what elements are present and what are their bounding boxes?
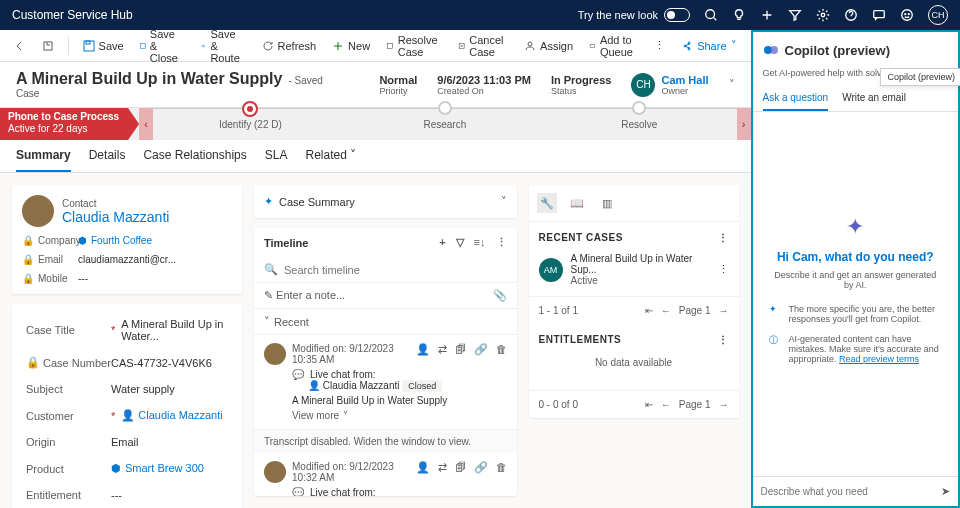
queue-button[interactable]: Add to Queue <box>583 30 644 62</box>
filter-icon[interactable] <box>788 8 802 22</box>
delete-icon[interactable]: 🗑 <box>496 461 507 474</box>
process-next[interactable]: › <box>737 108 751 140</box>
new-button[interactable]: New <box>326 36 376 56</box>
chat-icon[interactable] <box>872 8 886 22</box>
person-icon: 👤 <box>308 380 320 391</box>
field-label: Subject <box>26 383 111 395</box>
tab-details[interactable]: Details <box>89 140 126 172</box>
lightbulb-icon[interactable] <box>732 8 746 22</box>
customer-field[interactable]: 👤 Claudia Mazzanti <box>121 409 228 422</box>
info-icon: ⓘ <box>769 334 783 364</box>
cancel-button[interactable]: Cancel Case <box>452 30 514 62</box>
record-type: Case <box>16 88 323 99</box>
product-field[interactable]: ⬢Smart Brew 300 <box>111 462 228 475</box>
gear-icon[interactable] <box>816 8 830 22</box>
panel-icon[interactable]: ▥ <box>597 193 617 213</box>
save-button[interactable]: Save <box>77 36 130 56</box>
list-item[interactable]: AMA Mineral Build Up in Water Sup...Acti… <box>539 253 729 286</box>
entitlement-field[interactable]: --- <box>111 489 228 501</box>
more-icon[interactable]: ⋮ <box>718 232 729 243</box>
share-button[interactable]: Share ˅ <box>675 35 742 56</box>
note-placeholder[interactable]: Enter a note... <box>276 289 345 301</box>
case-summary-toggle[interactable]: ✦Case Summary˅ <box>254 185 517 218</box>
attach-icon[interactable]: 📎 <box>493 289 507 302</box>
copilot-title: Copilot (preview) <box>785 43 890 58</box>
plus-icon[interactable]: + <box>439 236 445 249</box>
more-icon[interactable]: ⋮ <box>718 334 729 345</box>
filter-icon[interactable]: ▽ <box>456 236 464 249</box>
try-new-look-toggle[interactable]: Try the new look <box>578 8 690 22</box>
owner-value[interactable]: Cam Hall <box>661 74 708 86</box>
chevron-down-icon[interactable]: ˅ <box>501 195 507 208</box>
send-icon[interactable]: ➤ <box>941 485 950 498</box>
view-more[interactable]: View more ˅ <box>292 410 507 421</box>
note-icon[interactable]: 🗐 <box>455 461 466 474</box>
case-title-field[interactable]: A Mineral Build Up in Water... <box>121 318 228 342</box>
delete-icon[interactable]: 🗑 <box>496 343 507 356</box>
resolve-button[interactable]: Resolve Case <box>380 30 448 62</box>
process-prev[interactable]: ‹ <box>139 108 153 140</box>
search-icon: 🔍 <box>264 263 278 276</box>
person-icon[interactable]: 👤 <box>416 461 430 474</box>
face-icon[interactable] <box>900 8 914 22</box>
person-icon[interactable]: 👤 <box>416 343 430 356</box>
tab-summary[interactable]: Summary <box>16 140 71 172</box>
prev-icon[interactable]: ← <box>661 399 671 410</box>
next-icon[interactable]: → <box>719 399 729 410</box>
assign-icon[interactable]: ⇄ <box>438 461 447 474</box>
preview-terms-link[interactable]: Read preview terms <box>839 354 919 364</box>
save-route-button[interactable]: Save & Route <box>194 24 251 68</box>
more-icon[interactable]: ⋮ <box>718 263 729 276</box>
priority-value: Normal <box>379 74 417 86</box>
case-avatar: AM <box>539 258 563 282</box>
origin-field[interactable]: Email <box>111 436 228 448</box>
contact-name[interactable]: Claudia Mazzanti <box>62 209 169 225</box>
first-icon[interactable]: ⇤ <box>645 305 653 316</box>
link-icon[interactable]: 🔗 <box>474 343 488 356</box>
note-icon[interactable]: 🗐 <box>455 343 466 356</box>
link-icon[interactable]: 🔗 <box>474 461 488 474</box>
book-icon[interactable]: 📖 <box>567 193 587 213</box>
status-label: Status <box>551 86 612 96</box>
wrench-icon[interactable]: 🔧 <box>537 193 557 213</box>
user-avatar[interactable]: CH <box>928 5 948 25</box>
plus-icon[interactable] <box>760 8 774 22</box>
tab-email[interactable]: Write an email <box>842 86 906 111</box>
assign-icon[interactable]: ⇄ <box>438 343 447 356</box>
help-icon[interactable] <box>844 8 858 22</box>
subject-field[interactable]: Water supply <box>111 383 228 395</box>
back-button[interactable] <box>8 36 32 56</box>
sort-icon[interactable]: ≡↓ <box>474 236 486 249</box>
more-icon[interactable]: ⋮ <box>648 35 671 56</box>
assign-button[interactable]: Assign <box>518 36 579 56</box>
contact-avatar <box>22 195 54 227</box>
first-icon[interactable]: ⇤ <box>645 399 653 410</box>
process-label[interactable]: Phone to Case ProcessActive for 22 days <box>0 108 139 140</box>
try-label: Try the new look <box>578 9 658 21</box>
search-icon[interactable] <box>704 8 718 22</box>
chevron-down-icon[interactable]: ˅ <box>729 78 735 91</box>
timeline-search[interactable] <box>284 264 507 276</box>
tab-related[interactable]: Related ˅ <box>305 140 356 172</box>
svg-point-4 <box>902 10 913 21</box>
copilot-input[interactable] <box>761 486 935 497</box>
svg-point-19 <box>770 46 778 54</box>
tab-sla[interactable]: SLA <box>265 140 288 172</box>
stage-resolve[interactable]: Resolve <box>542 108 736 140</box>
pager-count: 1 - 1 of 1 <box>539 305 578 316</box>
recent-toggle[interactable]: ˅Recent <box>254 309 517 335</box>
next-icon[interactable]: → <box>719 305 729 316</box>
company-link[interactable]: ⬢Fourth Coffee <box>78 235 152 246</box>
stage-identify[interactable]: Identify (22 D) <box>153 108 347 140</box>
tab-relationships[interactable]: Case Relationships <box>143 140 246 172</box>
prev-icon[interactable]: ← <box>661 305 671 316</box>
avatar <box>264 461 286 483</box>
field-label: Customer <box>26 410 111 422</box>
more-icon[interactable]: ⋮ <box>496 236 507 249</box>
tab-ask[interactable]: Ask a question <box>763 86 829 111</box>
timeline-title: Timeline <box>264 237 308 249</box>
open-button[interactable] <box>36 36 60 56</box>
save-close-button[interactable]: Save & Close <box>134 24 191 68</box>
refresh-button[interactable]: Refresh <box>256 36 323 56</box>
stage-research[interactable]: Research <box>348 108 542 140</box>
